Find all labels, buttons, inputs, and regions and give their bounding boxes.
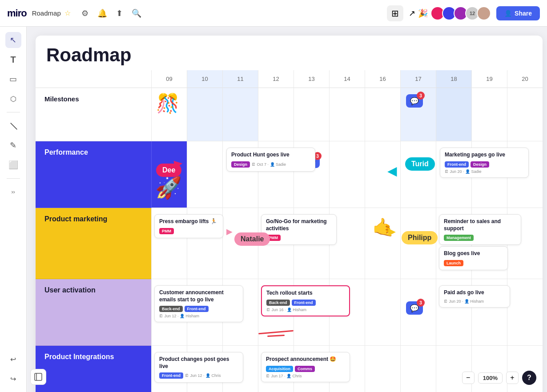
card-press-embargo[interactable]: Press embargo lifts 🏃 PMM <box>154 214 223 238</box>
card-product-changes[interactable]: Product changes post goes live Front-end… <box>154 352 243 383</box>
ua-cell-17: 💬 3 <box>400 279 436 346</box>
card-customer-announcement-meta: 🗓 Jun 12 · 👤 Hisham <box>159 314 199 318</box>
performance-cell-18: Marketing pages go live Front-end Design… <box>436 141 471 208</box>
milestones-cell-09: 🎊 <box>151 88 187 141</box>
tool-frame[interactable]: ⬜ <box>5 157 21 173</box>
rocket-sticker: 🚀 <box>155 176 182 200</box>
card-paid-ads[interactable]: Paid ads go live 🗓 Jun 20 · 👤 Hisham <box>439 285 510 308</box>
pi-cell-19 <box>471 346 507 392</box>
tag-frontend-pc: Front-end <box>159 372 183 379</box>
tool-sticky[interactable]: ▭ <box>5 71 21 87</box>
col-20: 20 <box>507 70 543 88</box>
col-16: 16 <box>365 70 400 88</box>
chat-badge-ua-17: 3 <box>417 299 425 307</box>
card-tech-rollout[interactable]: Tech rollout starts Back-end Front-end 🗓… <box>261 285 350 316</box>
card-go-no-go[interactable]: Go/No-Go for marketing activities PMM <box>261 214 337 245</box>
chat-badge-17: 3 <box>417 92 425 100</box>
pm-cell-17: ▶ Philipp <box>400 208 436 279</box>
product-integrations-label: Product Integrations <box>36 346 151 392</box>
zoom-in-button[interactable]: + <box>506 372 519 384</box>
card-reminder-title: Reminder to sales and support <box>444 218 516 232</box>
card-prospect-announcement-meta: 🗓 Jun 17 · 👤 Chris <box>266 374 302 378</box>
pi-cell-17 <box>400 346 436 392</box>
pi-cell-16 <box>365 346 400 392</box>
tool-undo[interactable]: ↩ <box>5 351 21 367</box>
zoom-out-button[interactable]: − <box>462 372 475 384</box>
card-marketing-pages-title: Marketing pages go live <box>445 152 524 159</box>
turid-label: Turid <box>405 157 435 171</box>
card-product-changes-tags: Front-end 🗓 Jun 12 · 👤 Chris <box>159 372 238 379</box>
canvas: Roadmap 09 10 11 12 13 14 16 17 18 19 20… <box>27 27 547 392</box>
timeline-table: 09 10 11 12 13 14 16 17 18 19 20 Milesto… <box>36 70 543 392</box>
performance-cell-09: Dee ▶ 🚀 <box>151 141 187 208</box>
card-go-no-go-tags: PMM <box>266 235 332 241</box>
card-product-hunt[interactable]: Product Hunt goes live Design 🗓 Oct 7 · … <box>226 148 315 172</box>
cursor-tool-icon[interactable]: ↗ <box>409 8 415 18</box>
card-prospect-announcement[interactable]: Prospect announcement 🤩 Acquisition Comm… <box>261 352 350 382</box>
milestones-cell-16 <box>365 88 400 141</box>
col-18: 18 <box>436 70 471 88</box>
card-paid-ads-tags: 🗓 Jun 20 · 👤 Hisham <box>444 299 505 304</box>
tag-design: Design <box>231 161 250 168</box>
share-upload-icon[interactable]: ⬆ <box>116 8 123 18</box>
logo: miro <box>7 8 27 19</box>
tool-redo[interactable]: ↪ <box>5 371 21 387</box>
svg-rect-0 <box>35 373 42 380</box>
milestones-cell-19 <box>471 88 507 141</box>
philipp-label: Philipp <box>402 231 438 244</box>
panel-toggle-button[interactable] <box>30 369 46 385</box>
share-button[interactable]: 👤 Share <box>496 6 540 20</box>
top-toolbar: ⚙ 🔔 ⬆ 🔍 <box>81 8 141 18</box>
col-11: 11 <box>222 70 258 88</box>
milestones-cell-11 <box>222 88 258 141</box>
ua-cell-16 <box>365 279 400 346</box>
grid-icon[interactable]: ⊞ <box>387 5 403 21</box>
tag-frontend-ca: Front-end <box>185 306 209 312</box>
tool-cursor[interactable]: ↖ <box>5 32 21 48</box>
tag-mgmt-r: Management <box>444 235 474 241</box>
notification-icon[interactable]: 🔔 <box>97 8 107 18</box>
topbar-right: ⊞ ↗ 🎉 12 👤 Share <box>387 5 540 21</box>
performance-cell-10 <box>187 141 222 208</box>
pm-cell-09: Press embargo lifts 🏃 PMM <box>151 208 187 279</box>
card-blog[interactable]: Blog goes live Launch <box>439 246 508 270</box>
confetti-tool-icon[interactable]: 🎉 <box>418 8 428 18</box>
milestones-cell-18 <box>436 88 471 141</box>
card-marketing-pages-tags: Front-end Design 🗓 Jun 20 · 👤 Sadie <box>445 161 524 174</box>
col-12: 12 <box>258 70 294 88</box>
settings-icon[interactable]: ⚙ <box>81 8 88 18</box>
col-10: 10 <box>187 70 222 88</box>
board-title: Roadmap <box>46 44 532 66</box>
bottombar: − 100% + ? <box>462 371 536 385</box>
tool-text[interactable]: T <box>5 52 21 68</box>
pink-arrow-small-icon: ▶ <box>226 227 233 236</box>
tool-pen[interactable]: ✎ <box>5 137 21 153</box>
milestones-cell-14 <box>329 88 365 141</box>
card-marketing-pages[interactable]: Marketing pages go live Front-end Design… <box>440 148 529 178</box>
strikethrough-1 <box>258 330 294 335</box>
card-customer-announcement[interactable]: Customer announcement emails start to go… <box>154 285 243 322</box>
ua-cell-09: Customer announcement emails start to go… <box>151 279 187 346</box>
tag-frontend-mp: Front-end <box>445 161 469 168</box>
tag-frontend-tr: Front-end <box>292 300 316 306</box>
board: Roadmap 09 10 11 12 13 14 16 17 18 19 20… <box>36 36 543 392</box>
product-marketing-label: Product marketing <box>36 208 151 279</box>
tag-design-mp: Design <box>471 161 489 168</box>
card-go-no-go-title: Go/No-Go for marketing activities <box>266 218 332 232</box>
card-reminder[interactable]: Reminder to sales and support Management <box>439 214 521 245</box>
tool-more[interactable]: ›​​› <box>5 184 21 200</box>
card-product-hunt-tags: Design 🗓 Oct 7 · 👤 Sadie <box>231 161 310 168</box>
performance-cell-17: ◀ Turid <box>400 141 436 208</box>
star-icon[interactable]: ☆ <box>64 9 71 17</box>
card-press-embargo-tags: PMM <box>159 228 218 234</box>
tool-line[interactable]: | <box>2 115 24 137</box>
search-icon[interactable]: 🔍 <box>132 8 141 18</box>
tag-comms-pa: Comms <box>295 366 315 372</box>
help-button[interactable]: ? <box>522 371 536 385</box>
col-19: 19 <box>471 70 507 88</box>
tool-lasso[interactable]: ⬡ <box>5 91 21 107</box>
pi-cell-20 <box>507 346 543 392</box>
share-label: Share <box>515 10 532 17</box>
col-14: 14 <box>329 70 365 88</box>
board-name-label: Roadmap <box>32 9 61 17</box>
